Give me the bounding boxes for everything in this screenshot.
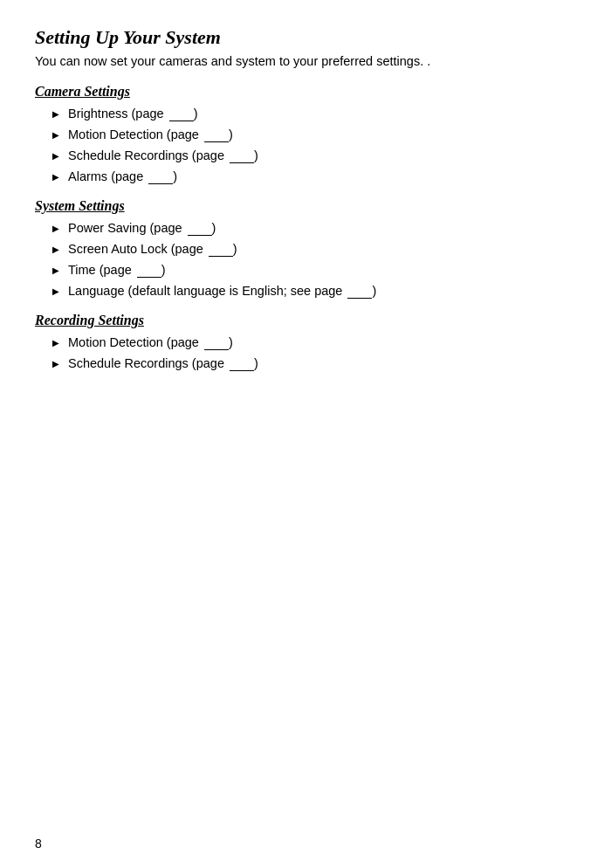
list-item-text: Screen Auto Lock (page ): [68, 242, 237, 257]
list-item: ▶Schedule Recordings (page ): [52, 148, 576, 163]
list-item: ▶Brightness (page ): [52, 107, 576, 121]
list-item-text: Motion Detection (page ): [68, 335, 233, 350]
list-item: ▶Alarms (page ): [52, 169, 576, 184]
blank-line: [230, 356, 254, 371]
list-system-settings: ▶Power Saving (page )▶Screen Auto Lock (…: [52, 221, 576, 299]
list-item: ▶Screen Auto Lock (page ): [52, 242, 576, 257]
list-item: ▶Motion Detection (page ): [52, 335, 576, 350]
blank-line: [204, 127, 229, 142]
list-item: ▶Time (page ): [52, 263, 576, 278]
section-recording-settings: Recording Settings▶Motion Detection (pag…: [35, 313, 576, 371]
list-item-text: Time (page ): [68, 263, 166, 278]
list-item-text: Schedule Recordings (page ): [68, 356, 258, 371]
heading-recording-settings: Recording Settings: [35, 313, 576, 328]
bullet-arrow-icon: ▶: [52, 151, 59, 161]
bullet-arrow-icon: ▶: [52, 130, 59, 140]
heading-camera-settings: Camera Settings: [35, 84, 576, 100]
blank-line: [204, 335, 229, 350]
bullet-arrow-icon: ▶: [52, 286, 59, 296]
blank-line: [230, 148, 254, 163]
sections-container: Camera Settings▶Brightness (page )▶Motio…: [35, 84, 576, 371]
list-recording-settings: ▶Motion Detection (page )▶Schedule Recor…: [52, 335, 576, 371]
bullet-arrow-icon: ▶: [52, 224, 59, 233]
list-item-text: Language (default language is English; s…: [68, 284, 376, 299]
list-item-text: Schedule Recordings (page ): [68, 148, 258, 163]
blank-line: [347, 284, 372, 299]
list-item-text: Motion Detection (page ): [68, 127, 233, 142]
list-item-text: Power Saving (page ): [68, 221, 216, 236]
page-title: Setting Up Your System: [35, 26, 576, 49]
bullet-arrow-icon: ▶: [52, 245, 59, 254]
section-camera-settings: Camera Settings▶Brightness (page )▶Motio…: [35, 84, 576, 184]
bullet-arrow-icon: ▶: [52, 338, 59, 348]
heading-system-settings: System Settings: [35, 198, 576, 214]
section-system-settings: System Settings▶Power Saving (page )▶Scr…: [35, 198, 576, 299]
bullet-arrow-icon: ▶: [52, 109, 59, 119]
list-item: ▶Language (default language is English; …: [52, 284, 576, 299]
list-item-text: Alarms (page ): [68, 169, 177, 184]
list-item: ▶Motion Detection (page ): [52, 127, 576, 142]
list-item: ▶Power Saving (page ): [52, 221, 576, 236]
blank-line: [209, 242, 233, 257]
list-item-text: Brightness (page ): [68, 107, 198, 121]
blank-line: [148, 169, 173, 184]
bullet-arrow-icon: ▶: [52, 265, 59, 275]
list-item: ▶Schedule Recordings (page ): [52, 356, 576, 371]
list-camera-settings: ▶Brightness (page )▶Motion Detection (pa…: [52, 107, 576, 184]
blank-line: [137, 263, 161, 278]
blank-line: [188, 221, 212, 236]
page-number: 8: [35, 837, 42, 851]
blank-line: [169, 107, 194, 121]
bullet-arrow-icon: ▶: [52, 172, 59, 182]
bullet-arrow-icon: ▶: [52, 359, 59, 369]
page-intro: You can now set your cameras and system …: [35, 54, 576, 68]
